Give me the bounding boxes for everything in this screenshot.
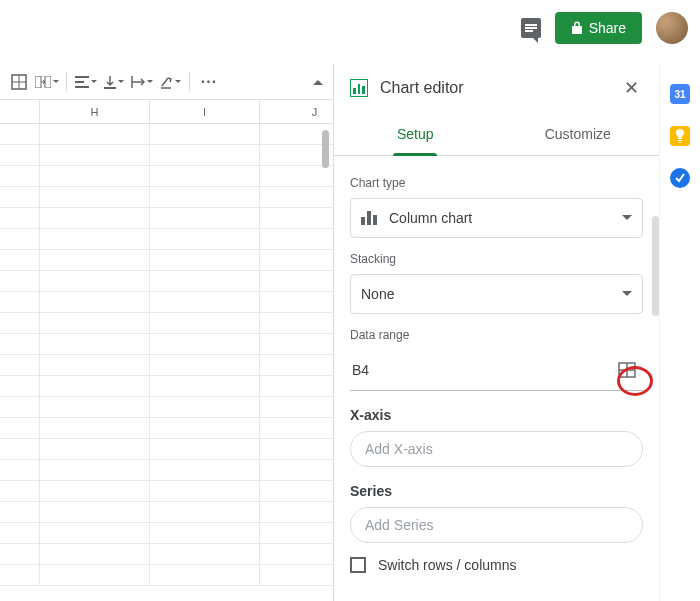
switch-rows-columns-label: Switch rows / columns — [378, 557, 516, 573]
column-header[interactable]: I — [150, 100, 260, 123]
chart-editor-panel: Chart editor ✕ Setup Customize Chart typ… — [333, 64, 659, 601]
stacking-value: None — [361, 286, 394, 302]
app-topbar: Share — [0, 0, 700, 56]
right-side-panel: 31 — [659, 64, 700, 601]
toolbar-separator — [66, 72, 67, 92]
calendar-addon-icon[interactable]: 31 — [670, 84, 690, 104]
chart-type-label: Chart type — [350, 176, 643, 190]
corner-cell — [0, 100, 40, 123]
panel-scrollbar[interactable] — [652, 216, 659, 316]
format-toolbar: ··· — [0, 64, 333, 100]
tab-setup[interactable]: Setup — [334, 112, 497, 155]
text-rotation-button[interactable] — [157, 69, 183, 95]
toolbar-separator — [189, 72, 190, 92]
chevron-down-icon — [622, 215, 632, 225]
switch-rows-columns-row: Switch rows / columns — [350, 557, 643, 573]
more-toolbar-button[interactable]: ··· — [196, 69, 222, 95]
chart-type-value: Column chart — [389, 210, 472, 226]
share-label: Share — [589, 20, 626, 36]
select-data-range-button[interactable] — [613, 358, 641, 382]
stacking-label: Stacking — [350, 252, 643, 266]
xaxis-heading: X-axis — [350, 407, 643, 423]
comment-history-icon[interactable] — [521, 18, 541, 38]
grid-icon — [618, 362, 636, 378]
series-heading: Series — [350, 483, 643, 499]
tab-customize[interactable]: Customize — [497, 112, 660, 155]
collapse-toolbar-icon[interactable] — [313, 75, 323, 85]
merge-cells-button[interactable] — [34, 69, 60, 95]
chart-editor-title: Chart editor — [380, 79, 464, 97]
column-chart-icon — [361, 211, 379, 225]
sheet-scrollbar[interactable] — [322, 130, 329, 168]
data-range-label: Data range — [350, 328, 643, 342]
share-button[interactable]: Share — [555, 12, 642, 44]
avatar[interactable] — [656, 12, 688, 44]
stacking-dropdown[interactable]: None — [350, 274, 643, 314]
data-range-input[interactable] — [352, 362, 613, 378]
grid-rows — [0, 124, 333, 586]
column-header[interactable]: J — [260, 100, 333, 123]
column-headers: H I J — [0, 100, 333, 124]
keep-addon-icon[interactable] — [670, 126, 690, 146]
tasks-addon-icon[interactable] — [670, 168, 690, 188]
chart-editor-body: Chart type Column chart Stacking None Da… — [334, 156, 659, 601]
text-wrap-button[interactable] — [129, 69, 155, 95]
borders-button[interactable] — [6, 69, 32, 95]
chart-editor-icon — [350, 79, 368, 97]
chevron-down-icon — [622, 291, 632, 301]
switch-rows-columns-checkbox[interactable] — [350, 557, 366, 573]
horizontal-align-button[interactable] — [73, 69, 99, 95]
data-range-row — [350, 350, 643, 391]
svg-rect-3 — [35, 76, 41, 88]
lock-icon — [571, 21, 583, 35]
spreadsheet-grid[interactable]: H I J — [0, 100, 333, 601]
chart-editor-header: Chart editor ✕ — [334, 64, 659, 112]
chart-type-dropdown[interactable]: Column chart — [350, 198, 643, 238]
close-icon[interactable]: ✕ — [619, 76, 643, 100]
chart-editor-tabs: Setup Customize — [334, 112, 659, 156]
svg-rect-4 — [45, 76, 51, 88]
add-xaxis-button[interactable]: Add X-axis — [350, 431, 643, 467]
vertical-align-button[interactable] — [101, 69, 127, 95]
column-header[interactable]: H — [40, 100, 150, 123]
add-series-button[interactable]: Add Series — [350, 507, 643, 543]
